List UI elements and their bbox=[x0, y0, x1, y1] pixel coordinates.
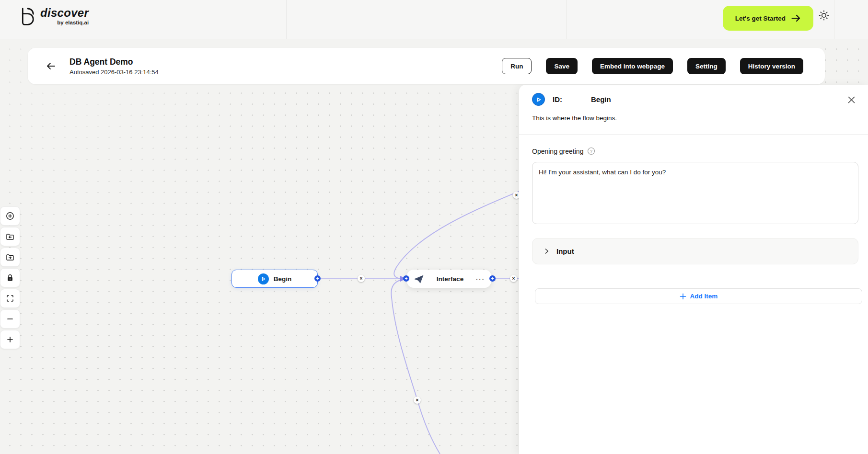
plus-icon bbox=[6, 335, 14, 344]
input-section-toggle[interactable]: Input bbox=[532, 238, 858, 264]
x-icon: × bbox=[512, 276, 515, 281]
zoom-in-button[interactable] bbox=[0, 330, 20, 349]
lock-icon bbox=[6, 273, 14, 282]
theme-toggle-sun-icon[interactable] bbox=[817, 9, 831, 22]
header-divider bbox=[566, 0, 567, 39]
begin-node-play-icon bbox=[532, 93, 545, 106]
chevron-right-icon bbox=[544, 248, 550, 254]
save-button[interactable]: Save bbox=[546, 58, 578, 74]
fit-view-button[interactable] bbox=[0, 289, 20, 308]
lock-canvas-button[interactable] bbox=[0, 268, 20, 287]
opening-greeting-label: Opening greeting bbox=[532, 148, 583, 155]
x-icon: × bbox=[360, 276, 363, 281]
node-begin[interactable]: Begin bbox=[231, 270, 318, 288]
x-icon: × bbox=[515, 193, 518, 198]
export-folder-icon bbox=[6, 253, 14, 261]
input-section-label: Input bbox=[556, 247, 574, 255]
opening-greeting-textarea[interactable]: Hi! I'm your assistant, what can I do fo… bbox=[532, 162, 858, 224]
node-interface[interactable]: Interface ··· bbox=[407, 270, 491, 288]
document-toolbar: DB Agent Demo Autosaved 2026-03-16 23:14… bbox=[28, 48, 825, 84]
interface-input-handle[interactable]: + bbox=[403, 275, 409, 282]
embed-into-webpage-button[interactable]: Embed into webpage bbox=[592, 58, 673, 74]
node-properties-panel: ID: Begin This is where the flow begins.… bbox=[519, 85, 868, 454]
add-node-button[interactable] bbox=[0, 206, 20, 226]
fit-view-icon bbox=[6, 294, 14, 303]
panel-header: ID: Begin bbox=[532, 93, 611, 106]
node-id-value[interactable]: Begin bbox=[591, 95, 611, 103]
x-icon: × bbox=[416, 398, 419, 403]
header-divider bbox=[834, 0, 834, 39]
header-divider bbox=[286, 0, 287, 39]
arrow-right-icon bbox=[791, 14, 801, 23]
close-panel-button[interactable] bbox=[847, 94, 857, 105]
discover-logo-icon bbox=[19, 7, 36, 26]
edge-delete-button[interactable]: × bbox=[510, 275, 517, 282]
node-description: This is where the flow begins. bbox=[532, 114, 617, 122]
canvas-toolbar bbox=[0, 206, 20, 349]
app-header: discover by elastiq.ai Let's get Started bbox=[0, 0, 868, 39]
history-version-button[interactable]: History version bbox=[740, 58, 803, 74]
paper-plane-icon bbox=[413, 274, 424, 284]
agent-flow-editor: discover by elastiq.ai Let's get Started bbox=[0, 0, 868, 454]
zoom-out-button[interactable] bbox=[0, 309, 20, 329]
interface-output-handle[interactable]: + bbox=[489, 275, 496, 282]
add-item-label: Add Item bbox=[690, 293, 718, 300]
brand-logo[interactable]: discover by elastiq.ai bbox=[19, 7, 89, 26]
id-label: ID: bbox=[553, 95, 562, 103]
node-label: Interface bbox=[428, 275, 472, 283]
node-label: Begin bbox=[274, 275, 292, 283]
panel-divider bbox=[519, 134, 868, 135]
begin-output-handle[interactable]: + bbox=[314, 275, 321, 282]
edge-delete-button[interactable]: × bbox=[358, 275, 365, 282]
play-icon bbox=[258, 273, 269, 284]
setting-button[interactable]: Setting bbox=[687, 58, 726, 74]
logo-text: discover bbox=[40, 7, 89, 19]
back-button[interactable] bbox=[45, 60, 58, 72]
cta-label: Let's get Started bbox=[735, 15, 786, 22]
edge-delete-button[interactable]: × bbox=[414, 397, 421, 404]
circle-plus-icon bbox=[6, 212, 14, 220]
help-icon[interactable]: ? bbox=[587, 147, 595, 155]
logo-subtext: by elastiq.ai bbox=[57, 20, 89, 25]
lets-get-started-button[interactable]: Let's get Started bbox=[723, 6, 813, 31]
export-flow-button[interactable] bbox=[0, 248, 20, 267]
autosaved-status: Autosaved 2026-03-16 23:14:54 bbox=[69, 68, 159, 76]
import-flow-button[interactable] bbox=[0, 227, 20, 246]
run-button[interactable]: Run bbox=[502, 58, 532, 74]
minus-icon bbox=[6, 315, 14, 323]
add-item-button[interactable]: Add Item bbox=[535, 288, 862, 304]
close-icon bbox=[847, 95, 857, 104]
question-mark-glyph: ? bbox=[590, 148, 592, 154]
plus-icon bbox=[680, 293, 686, 300]
document-title: DB Agent Demo bbox=[69, 57, 159, 67]
node-menu-dots-icon[interactable]: ··· bbox=[476, 275, 485, 283]
import-folder-icon bbox=[6, 232, 14, 241]
